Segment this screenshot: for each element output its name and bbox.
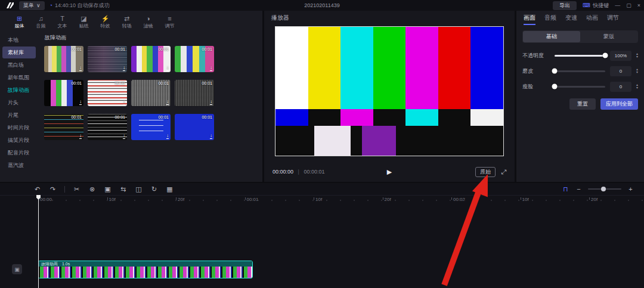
properties-tab-5[interactable]: 调节 [607, 14, 619, 25]
ruler-label: 20f [591, 197, 597, 202]
media-tab-7[interactable]: ◑滤镜 [138, 15, 158, 29]
sidebar-item-1[interactable]: 本地 [2, 34, 36, 46]
timeline-ruler[interactable]: 00:0010f20f00:0110f20f00:0210f20f [0, 195, 644, 203]
media-tab-4[interactable]: ◪贴纸 [74, 15, 94, 29]
properties-tab-1[interactable]: 画面 [524, 14, 535, 25]
download-icon[interactable]: ↓ [210, 66, 212, 71]
media-tab-1[interactable]: ⊞媒体 [10, 15, 29, 29]
export-button[interactable]: 导出 [553, 1, 577, 10]
minimize-icon[interactable]: — [615, 2, 620, 8]
ruler-tick [451, 197, 452, 200]
ruler-tick [107, 197, 108, 200]
properties-tab-2[interactable]: 音频 [544, 14, 556, 25]
opacity-value[interactable]: 100% [610, 51, 631, 61]
original-quality-button[interactable]: 原始 [475, 167, 496, 177]
media-item-1[interactable]: 00:01↓ [44, 46, 83, 72]
rotate-icon[interactable]: ↻ [150, 185, 158, 193]
play-button[interactable]: ▶ [387, 168, 392, 176]
cover-button[interactable]: ▣ [12, 264, 22, 274]
sidebar-item-9[interactable]: 搞笑片段 [2, 134, 36, 146]
smooth-skin-slider[interactable] [555, 70, 605, 72]
sidebar-item-11[interactable]: 蒸汽波 [2, 159, 36, 171]
media-tab-5[interactable]: ⚡特效 [95, 15, 115, 29]
reset-button[interactable]: 重置 [569, 98, 596, 110]
properties-subtab-1[interactable]: 基础 [523, 31, 580, 42]
download-icon[interactable]: ↓ [79, 134, 82, 139]
sidebar-item-7[interactable]: 片尾 [2, 109, 36, 121]
stepper-down-icon[interactable]: ▾ [636, 55, 638, 58]
slim-face-value[interactable]: 0 [610, 82, 631, 92]
split-icon[interactable]: ✂ [73, 185, 80, 193]
media-item-8[interactable]: 00:01↓ [175, 80, 214, 106]
timeline-tracks[interactable]: ▣ 故障动画 1.0s [0, 203, 644, 288]
playhead[interactable] [38, 195, 39, 288]
media-item-4[interactable]: 00:01↓ [175, 46, 214, 72]
download-icon[interactable]: ↓ [166, 66, 169, 71]
sidebar-item-5[interactable]: 故障动画 [2, 84, 36, 96]
smooth-skin-value[interactable]: 0 [610, 66, 631, 76]
mirror-icon[interactable]: ◫ [135, 185, 143, 193]
download-icon[interactable]: ↓ [166, 134, 169, 139]
menu-button[interactable]: 菜单 ∨ [19, 1, 45, 10]
timeline-clip[interactable]: 故障动画 1.0s [38, 261, 253, 278]
toolbar-divider [64, 186, 65, 193]
media-item-12[interactable]: 00:01↓ [175, 114, 214, 140]
properties-tab-4[interactable]: 动画 [586, 14, 598, 25]
sidebar-item-6[interactable]: 片头 [2, 97, 36, 109]
download-icon[interactable]: ↓ [210, 134, 212, 139]
media-item-11[interactable]: 00:01↓ [131, 114, 171, 140]
undo-icon[interactable]: ↶ [33, 185, 41, 193]
color-bar [438, 109, 471, 126]
media-tab-6[interactable]: ⇄转场 [117, 15, 137, 29]
media-item-6[interactable]: 00:01↓ [88, 80, 127, 106]
media-tab-3[interactable]: T文本 [52, 15, 72, 29]
download-icon[interactable]: ↓ [79, 66, 82, 71]
clip-name: 故障动画 [41, 261, 58, 267]
media-tab-label: 媒体 [15, 23, 24, 29]
media-item-10[interactable]: 00:01↓ [88, 114, 127, 140]
slider-knob[interactable] [602, 53, 608, 58]
crop-icon[interactable]: ▦ [166, 185, 174, 193]
stepper-down-icon[interactable]: ▾ [636, 86, 638, 89]
autosave-text: 14:40:10 自动保存成功 [55, 2, 110, 10]
media-item-5[interactable]: 00:01↓ [44, 80, 83, 106]
properties-subtab-2[interactable]: 蒙版 [580, 31, 637, 42]
shortcuts-button[interactable]: ⌨ 快捷键 [583, 2, 609, 10]
apply-all-button[interactable]: 应用到全部 [600, 98, 638, 110]
download-icon[interactable]: ↓ [123, 134, 125, 139]
reverse-icon[interactable]: ⇆ [119, 185, 127, 193]
stepper-down-icon[interactable]: ▾ [636, 71, 638, 74]
zoom-in-icon[interactable]: + [627, 185, 634, 193]
sidebar-item-2[interactable]: 素材库 [2, 47, 36, 58]
redo-icon[interactable]: ↷ [49, 185, 57, 193]
download-icon[interactable]: ↓ [79, 100, 82, 105]
slider-knob[interactable] [552, 69, 558, 74]
media-item-2[interactable]: 00:01↓ [88, 46, 127, 72]
sidebar-item-3[interactable]: 黑白场 [2, 59, 36, 71]
slider-knob[interactable] [552, 84, 558, 89]
sidebar-item-10[interactable]: 配音片段 [2, 147, 36, 159]
media-item-3[interactable]: 00:01↓ [131, 46, 171, 72]
delete-icon[interactable]: ⊗ [88, 185, 96, 193]
zoom-slider[interactable] [588, 188, 621, 190]
zoom-knob[interactable] [601, 187, 606, 191]
opacity-slider[interactable] [555, 55, 605, 57]
sidebar-item-8[interactable]: 时间片段 [2, 122, 36, 134]
media-tab-8[interactable]: ≡调节 [160, 15, 179, 29]
zoom-out-icon[interactable]: − [575, 185, 583, 193]
close-icon[interactable]: × [637, 2, 640, 8]
properties-tab-3[interactable]: 变速 [565, 14, 577, 25]
freeze-icon[interactable]: ▣ [104, 185, 112, 193]
snap-icon[interactable]: ⊓ [562, 185, 569, 193]
media-tab-2[interactable]: ♫音频 [31, 15, 51, 29]
maximize-icon[interactable]: ▢ [626, 2, 631, 8]
download-icon[interactable]: ↓ [166, 100, 169, 105]
download-icon[interactable]: ↓ [210, 100, 212, 105]
download-icon[interactable]: ↓ [123, 100, 125, 105]
slim-face-slider[interactable] [555, 86, 605, 88]
sidebar-item-4[interactable]: 新年氛围 [2, 72, 36, 83]
media-item-9[interactable]: 00:01↓ [44, 114, 83, 140]
media-item-7[interactable]: 00:01↓ [131, 80, 171, 106]
download-icon[interactable]: ↓ [123, 66, 125, 71]
fullscreen-icon[interactable]: ⤢ [501, 168, 506, 176]
